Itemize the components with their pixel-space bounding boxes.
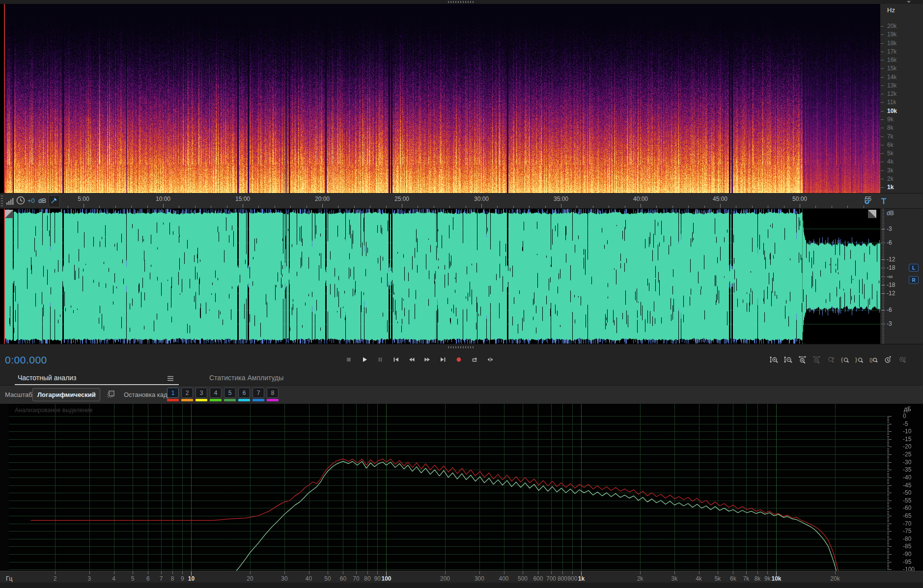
transport-skip-selection-button[interactable] [484,353,496,366]
zoom-out-point-button[interactable]: } [855,354,864,365]
timeline-tick [656,206,657,208]
transport-stop-button[interactable] [343,353,354,366]
frequency-tick [881,128,884,128]
tab-amplitude-statistics[interactable]: Статистика Амплитуды [209,374,283,382]
gain-value[interactable]: +0 [28,197,35,204]
frequency-axis-tick [835,571,836,574]
transport-pause-button[interactable] [374,353,386,366]
hold-frame-number: 7 [252,388,264,398]
marker-tool-button[interactable] [877,195,890,207]
frequency-tick [881,162,884,162]
frequency-tick-label: 7k [887,133,894,140]
timeline-ruler-row[interactable]: 5:0010:0015:0020:0025:0030:0035:0040:004… [0,193,923,209]
divider-grip-handle[interactable] [448,346,475,348]
zoom-time-scale-icon [884,356,892,364]
analysis-controls-row: Масштаб: Логарифмический Остановка кадра… [0,386,923,404]
timeline-tick [307,206,307,208]
hold-frame-5[interactable]: 5 [224,388,236,401]
transport-rewind-button[interactable] [406,353,417,366]
chart-db-tick-label: -65 [903,512,911,519]
playhead-line[interactable] [4,4,5,193]
timeline-tick [195,206,196,208]
timeline-ruler[interactable]: 5:0010:0015:0020:0025:0030:0035:0040:004… [0,194,923,208]
frequency-axis-label: 2 [44,575,66,582]
amplitude-scale-ruler: dB -3-3-6-6-12-12-18-18-∞LR [880,209,923,344]
selection-handle-right[interactable] [868,210,876,218]
hold-frame-7[interactable]: 7 [252,388,264,401]
timeline-tick [179,206,179,208]
zoom-in-time-button[interactable] [798,354,807,365]
panel-divider[interactable] [0,344,923,350]
frequency-axis-label: 2k [629,575,651,582]
chart-db-tick-label: -25 [903,451,911,458]
channel-badge-r[interactable]: R [909,276,919,284]
hold-frame-3[interactable]: 3 [196,388,207,401]
zoom-out-amplitude-icon [784,356,792,364]
zoom-out-time-button[interactable] [812,354,821,365]
tab-frequency-analysis[interactable]: Частотный анализ [18,374,76,382]
chart-db-tick-label: -60 [903,504,911,511]
copy-frame-button[interactable] [106,390,116,399]
transport-record-button[interactable] [453,353,464,366]
transport-loop-playback-button[interactable] [469,353,480,366]
zoom-out-amplitude-button[interactable] [783,354,793,365]
chart-db-tick-label: -20 [903,443,911,450]
pin-playhead-button[interactable] [48,195,60,207]
timeline-tick [99,206,100,208]
chart-db-tick-label: 0 [903,413,906,420]
channel-badge-l[interactable]: L [909,264,919,272]
clock-icon[interactable] [16,196,26,205]
transport-fast-forward-button[interactable] [421,353,433,366]
frequency-axis-tick [479,571,480,574]
timeline-tick [275,206,275,208]
bottom-padding [0,583,923,588]
panel-menu-triangle-icon[interactable] [907,1,911,3]
levels-meter-icon[interactable] [6,196,14,205]
timeline-tick [800,204,800,208]
frequency-tick-label: 14k [887,74,896,81]
spectrogram-canvas[interactable] [4,4,880,193]
zoom-selection-button[interactable]: {} [869,354,878,365]
timeline-time-label: 20:00 [311,196,333,202]
time-display[interactable]: 0:00.000 [5,354,47,366]
amplitude-tick [881,293,885,294]
timeline-tick [641,204,641,208]
zoom-reset-icon [827,356,835,364]
hold-frame-number: 8 [267,388,279,398]
selection-handle-left[interactable] [5,210,13,218]
amplitude-db-label: -12 [887,256,895,263]
toolbar-grip-handle[interactable] [1,196,3,206]
frequency-axis-tick [640,571,641,574]
frequency-tick-label: 10k [887,108,897,114]
waveform-canvas[interactable] [4,209,880,344]
zoom-in-point-button[interactable]: { [840,354,850,365]
hold-frame-2[interactable]: 2 [181,388,193,401]
chart-db-tick-label: -40 [903,474,911,481]
panel-grip-handle[interactable] [448,1,475,3]
snap-toggle-button[interactable] [861,195,873,207]
playhead-line[interactable] [4,209,5,344]
zoom-in-amplitude-button[interactable] [769,354,779,365]
zoom-full-button[interactable] [897,354,907,365]
panel-menu-icon[interactable] [167,376,174,381]
hold-frame-4[interactable]: 4 [210,388,222,401]
frequency-tick-label: 20k [887,23,896,29]
frequency-tick-label: 5k [887,150,894,157]
zoom-time-scale-button[interactable] [883,354,893,365]
hold-frame-8[interactable]: 8 [267,388,279,401]
frequency-tick-label: 6k [887,141,894,148]
frequency-axis-label: 3 [79,575,100,582]
hold-frame-1[interactable]: 1 [167,388,179,401]
zoom-reset-button[interactable] [826,354,836,365]
amplitude-db-label: -18 [887,281,895,288]
frequency-chart-canvas[interactable] [9,404,923,571]
transport-skip-start-button[interactable] [390,353,401,366]
frequency-axis-tick [148,571,148,574]
chart-db-tick-label: -45 [903,482,911,489]
scale-dropdown[interactable]: Логарифмический [32,388,100,401]
amplitude-tick [881,285,885,285]
hold-frame-6[interactable]: 6 [238,388,250,401]
transport-play-button[interactable] [359,353,370,366]
frequency-axis-tick [343,571,343,574]
transport-skip-end-button[interactable] [437,353,448,366]
